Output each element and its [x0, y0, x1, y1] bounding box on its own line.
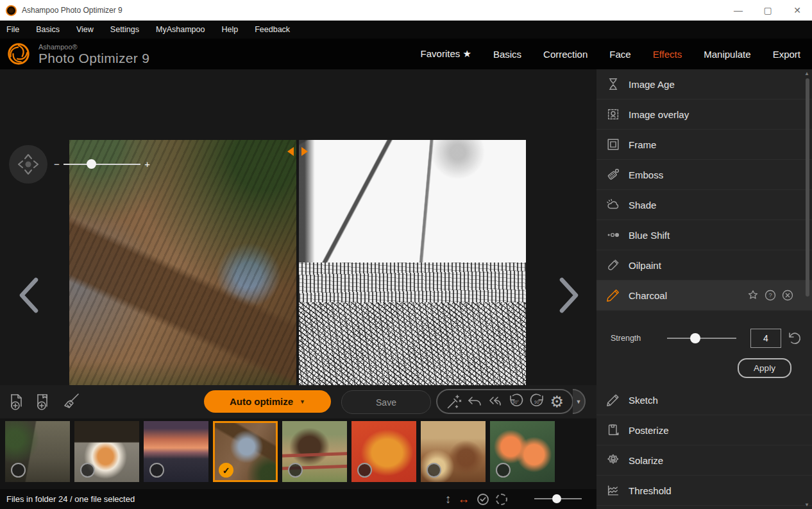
strength-value-input[interactable]: [750, 329, 781, 348]
tab-export[interactable]: Export: [773, 49, 800, 60]
thumbnail-size-slider-handle[interactable]: [552, 494, 561, 503]
effect-row-oilpaint[interactable]: Oilpaint: [596, 250, 812, 280]
auto-optimize-label: Auto optimize: [230, 396, 293, 407]
fit-height-icon[interactable]: ↕: [445, 492, 452, 506]
undo-icon[interactable]: [466, 393, 483, 410]
auto-optimize-button[interactable]: Auto optimize ▼: [204, 390, 331, 413]
thumbnail-temple-ruins[interactable]: [5, 421, 70, 482]
app-window: Ashampoo Photo Optimizer 9 — ▢ ✕ File Ba…: [0, 0, 812, 509]
split-handle-right-arrow-icon[interactable]: [301, 147, 308, 156]
shade-cloud-icon: [605, 197, 621, 212]
thumbnail-cat[interactable]: [74, 421, 139, 482]
tab-favorites[interactable]: Favorites ★: [421, 48, 471, 60]
tab-manipulate[interactable]: Manipulate: [704, 49, 750, 60]
apply-button[interactable]: Apply: [738, 358, 791, 378]
svg-text:90°: 90°: [512, 400, 519, 404]
thumbnail-select-circle[interactable]: [496, 463, 511, 478]
zoom-in-icon[interactable]: +: [144, 160, 150, 169]
zoom-slider-handle[interactable]: [87, 159, 96, 169]
zoom-out-icon[interactable]: −: [54, 160, 60, 169]
thumbnail-select-circle[interactable]: [427, 463, 441, 478]
tab-basics[interactable]: Basics: [493, 49, 521, 60]
next-image-button[interactable]: [555, 276, 584, 315]
strength-slider-handle[interactable]: [690, 333, 700, 343]
zoom-slider[interactable]: − +: [54, 159, 150, 169]
oilpaint-brush-icon: [605, 257, 621, 273]
reset-icon[interactable]: [786, 331, 802, 346]
charcoal-settings-panel: Strength Apply: [596, 311, 812, 385]
image-overlay-icon: [605, 107, 621, 122]
optimized-image-sky-region: [299, 140, 526, 263]
thumbnail-sunset-beach[interactable]: [144, 421, 208, 482]
effect-row-partial[interactable]: [596, 506, 812, 509]
help-icon[interactable]: ?: [764, 289, 777, 302]
app-logo-icon: [6, 5, 17, 16]
thumbnail-select-circle[interactable]: [288, 463, 303, 478]
menu-file[interactable]: File: [6, 25, 19, 34]
effect-row-shade[interactable]: Shade: [596, 190, 812, 220]
menu-myashampoo[interactable]: MyAshampoo: [156, 25, 205, 34]
rotate-left-icon[interactable]: 90°: [507, 393, 525, 411]
maximize-button[interactable]: ▢: [753, 0, 782, 21]
frame-icon: [605, 137, 621, 152]
effect-row-image-overlay[interactable]: Image overlay: [596, 99, 812, 130]
scroll-up-icon[interactable]: ▲: [804, 71, 809, 76]
save-button[interactable]: Save: [341, 390, 431, 414]
add-folder-button[interactable]: [33, 392, 54, 412]
thumbnail-selected-check-icon[interactable]: ✓: [219, 463, 233, 478]
menu-settings[interactable]: Settings: [110, 25, 139, 34]
tab-correction[interactable]: Correction: [543, 49, 588, 60]
minimize-button[interactable]: —: [723, 0, 753, 21]
select-all-icon[interactable]: [477, 493, 489, 506]
close-button[interactable]: ✕: [782, 0, 812, 21]
deselect-all-icon[interactable]: [496, 494, 507, 505]
menu-feedback[interactable]: Feedback: [255, 25, 290, 34]
partial-effect-icon: [605, 506, 621, 509]
favorite-star-icon[interactable]: [747, 289, 759, 302]
scroll-down-icon[interactable]: ▼: [804, 502, 809, 508]
undo-all-icon[interactable]: [486, 393, 503, 410]
effect-row-threshold[interactable]: Threshold: [596, 476, 812, 506]
tab-face[interactable]: Face: [609, 49, 630, 60]
thumbnail-select-circle[interactable]: [149, 463, 164, 478]
strength-label: Strength: [611, 334, 656, 343]
effect-row-image-age[interactable]: Image Age: [596, 69, 812, 99]
thumbnail-select-circle[interactable]: [357, 463, 372, 478]
menu-view[interactable]: View: [76, 25, 94, 34]
thumbnail-tree-with-bird[interactable]: ✓: [213, 421, 278, 482]
thumbnail-size-slider[interactable]: [534, 498, 582, 499]
settings-gear-icon[interactable]: ⚙: [550, 394, 564, 410]
effect-row-charcoal[interactable]: Charcoal ?: [596, 280, 812, 311]
cleanup-broom-button[interactable]: [60, 392, 81, 412]
close-effect-icon[interactable]: [781, 289, 794, 302]
thumbnail-select-circle[interactable]: [80, 463, 95, 478]
previous-image-button[interactable]: [14, 276, 42, 315]
thumbnail-market-stall[interactable]: [421, 421, 486, 482]
tab-effects[interactable]: Effects: [653, 49, 682, 60]
effect-row-emboss[interactable]: Emboss: [596, 160, 812, 190]
magic-wand-icon[interactable]: [446, 393, 462, 410]
rotate-right-icon[interactable]: 90°: [529, 393, 546, 411]
menu-help[interactable]: Help: [221, 25, 238, 34]
thumbnail-horse[interactable]: [282, 421, 347, 482]
effect-row-frame[interactable]: Frame: [596, 130, 812, 160]
effect-row-blue-shift[interactable]: Blue Shift: [596, 220, 812, 250]
effect-row-posterize[interactable]: Posterize: [596, 415, 812, 445]
zoom-slider-track[interactable]: [63, 164, 140, 165]
sidebar-scrollbar[interactable]: ▲ ▼: [804, 71, 811, 508]
split-handle-left-arrow-icon[interactable]: [287, 147, 294, 156]
effect-row-sketch[interactable]: Sketch: [596, 385, 812, 415]
add-file-button[interactable]: [6, 392, 27, 412]
fit-width-icon[interactable]: ↔: [458, 492, 470, 506]
sidebar-scrollbar-thumb[interactable]: [806, 78, 809, 297]
thumbnail-orange-flowers[interactable]: [490, 421, 555, 482]
window-controls: — ▢ ✕: [723, 0, 812, 21]
pan-control[interactable]: [9, 145, 47, 184]
menu-basics[interactable]: Basics: [36, 25, 60, 34]
effect-row-solarize[interactable]: Solarize: [596, 445, 812, 476]
strength-slider[interactable]: [667, 338, 736, 339]
thumbnail-butterfly[interactable]: [351, 421, 416, 482]
edit-tools-group: 90° 90° ⚙: [436, 389, 573, 414]
auto-optimize-dropdown-icon[interactable]: ▼: [300, 399, 305, 405]
thumbnail-select-circle[interactable]: [11, 463, 26, 478]
